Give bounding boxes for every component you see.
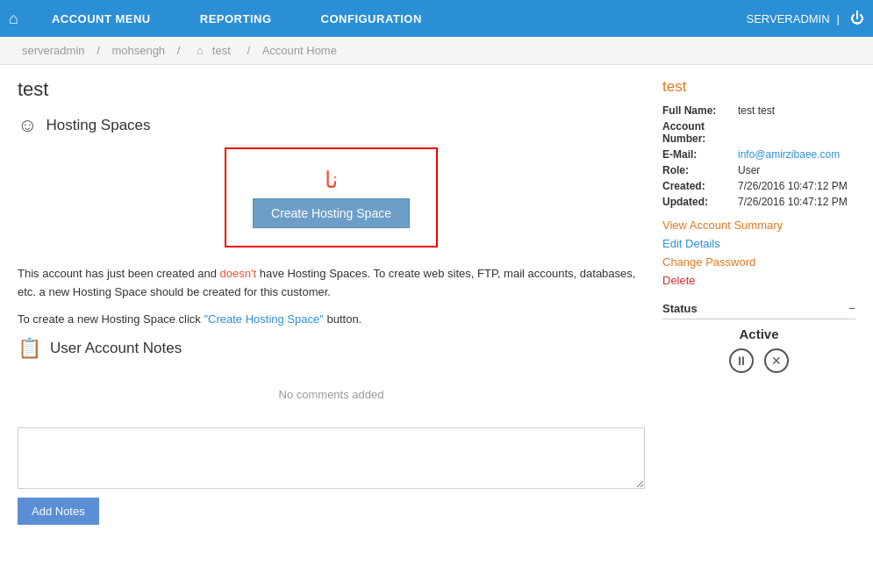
account-links: View Account Summary Edit Details Change… <box>662 219 855 287</box>
breadcrumb: serveradmin / mohsengh / ⌂test / Account… <box>0 37 873 65</box>
hosting-info-text-1: This account has just been created and d… <box>18 265 645 302</box>
breadcrumb-sep1: / <box>97 44 103 57</box>
highlight-text: doesn't <box>220 267 257 280</box>
separator: | <box>837 12 840 25</box>
hosting-spaces-icon: ☺ <box>18 114 37 137</box>
user-info: SERVERADMIN | ⏻ <box>746 11 864 26</box>
home-crumb-icon: ⌂ <box>197 44 204 57</box>
hosting-info-text-2: To create a new Hosting Space click "Cre… <box>18 311 645 329</box>
role-value: User <box>738 164 760 176</box>
breadcrumb-mohsengh[interactable]: mohsengh <box>111 44 165 57</box>
account-number-label: AccountNumber: <box>662 120 733 145</box>
create-hosting-link-text: "Create Hosting Space" <box>204 312 323 326</box>
hosting-spaces-header: ☺ Hosting Spaces <box>18 114 645 137</box>
notes-icon: 📋 <box>18 337 41 360</box>
cancel-button[interactable]: ✕ <box>764 348 789 373</box>
status-header-row: Status − <box>662 301 855 319</box>
create-hosting-wrapper: نا Create Hosting Space <box>18 147 645 247</box>
updated-row: Updated: 7/26/2016 10:47:12 PM <box>662 196 855 208</box>
account-menu-nav[interactable]: ACCOUNT MENU <box>27 0 175 37</box>
status-label: Status <box>662 302 698 315</box>
notes-title: User Account Notes <box>50 340 182 357</box>
create-hosting-box: نا Create Hosting Space <box>225 147 438 247</box>
account-number-row: AccountNumber: <box>662 120 855 145</box>
page-title: test <box>18 78 645 101</box>
cancel-icon: ✕ <box>771 354 782 368</box>
status-active-text: Active <box>662 326 855 341</box>
role-label: Role: <box>662 164 733 176</box>
role-row: Role: User <box>662 164 855 176</box>
breadcrumb-serveradmin[interactable]: serveradmin <box>22 44 85 57</box>
breadcrumb-account-home: Account Home <box>262 44 337 57</box>
power-icon[interactable]: ⏻ <box>850 11 864 26</box>
created-row: Created: 7/26/2016 10:47:12 PM <box>662 180 855 192</box>
breadcrumb-test[interactable]: ⌂test <box>192 44 238 57</box>
left-panel: test ☺ Hosting Spaces نا Create Hosting … <box>18 78 645 525</box>
email-value[interactable]: info@amirzibaee.com <box>738 148 840 161</box>
created-value: 7/26/2016 10:47:12 PM <box>738 180 848 192</box>
top-navigation: ⌂ ACCOUNT MENU REPORTING CONFIGURATION S… <box>0 0 873 37</box>
account-name: test <box>662 78 855 96</box>
create-hosting-space-button[interactable]: Create Hosting Space <box>253 198 410 228</box>
notes-header: 📋 User Account Notes <box>18 337 645 360</box>
change-password-link[interactable]: Change Password <box>662 255 855 269</box>
decorative-character: نا <box>253 167 410 194</box>
edit-details-link[interactable]: Edit Details <box>662 237 855 250</box>
view-account-summary-link[interactable]: View Account Summary <box>662 219 855 232</box>
username-label: SERVERADMIN <box>746 12 829 25</box>
hosting-spaces-title: Hosting Spaces <box>46 117 150 134</box>
status-section: Status − Active ⏸ ✕ <box>662 301 855 373</box>
notes-textarea[interactable] <box>18 427 645 489</box>
updated-value: 7/26/2016 10:47:12 PM <box>738 196 848 208</box>
email-row: E-Mail: info@amirzibaee.com <box>662 148 855 161</box>
fullname-row: Full Name: test test <box>662 104 855 117</box>
no-comments-text: No comments added <box>18 370 645 419</box>
home-icon[interactable]: ⌂ <box>9 10 18 28</box>
email-label: E-Mail: <box>662 148 733 161</box>
reporting-nav[interactable]: REPORTING <box>175 0 297 37</box>
fullname-value: test test <box>738 104 775 117</box>
created-label: Created: <box>662 180 733 192</box>
delete-link[interactable]: Delete <box>662 274 855 287</box>
add-notes-button[interactable]: Add Notes <box>18 498 99 525</box>
status-icons: ⏸ ✕ <box>662 348 855 373</box>
pause-button[interactable]: ⏸ <box>729 348 754 373</box>
fullname-label: Full Name: <box>662 104 733 117</box>
main-content: test ☺ Hosting Spaces نا Create Hosting … <box>0 65 873 538</box>
breadcrumb-sep3: / <box>247 44 253 57</box>
right-panel: test Full Name: test test AccountNumber:… <box>662 78 855 525</box>
pause-icon: ⏸ <box>735 354 748 368</box>
configuration-nav[interactable]: CONFIGURATION <box>297 0 447 37</box>
status-collapse-icon[interactable]: − <box>848 301 855 315</box>
user-account-notes-section: 📋 User Account Notes No comments added A… <box>18 337 645 525</box>
updated-label: Updated: <box>662 196 733 208</box>
breadcrumb-sep2: / <box>177 44 183 57</box>
